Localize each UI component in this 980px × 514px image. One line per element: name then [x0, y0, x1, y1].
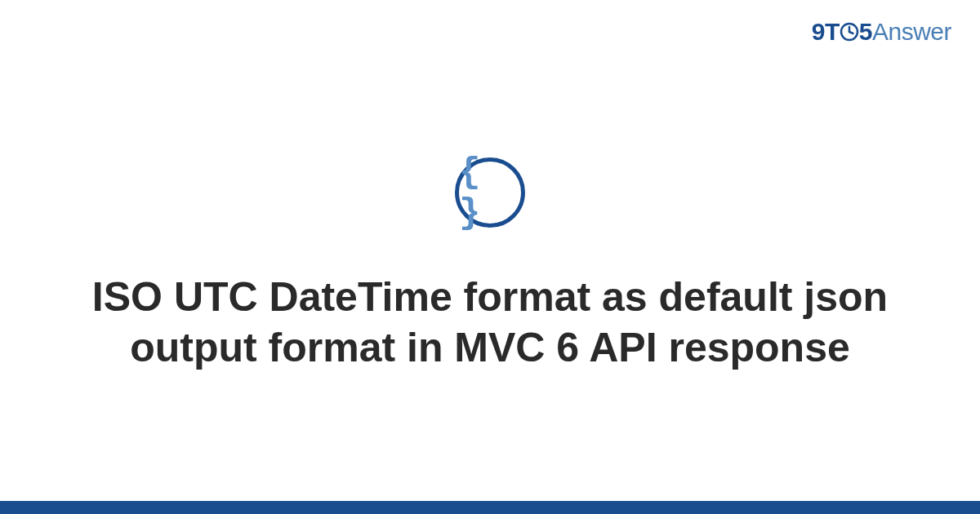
- braces-glyph: { }: [459, 152, 521, 233]
- page-title: ISO UTC DateTime format as default json …: [82, 272, 898, 373]
- category-icon-container: { }: [455, 157, 525, 228]
- footer-bar: [0, 501, 980, 514]
- json-braces-icon: { }: [455, 157, 525, 228]
- main-content: { } ISO UTC DateTime format as default j…: [0, 0, 980, 514]
